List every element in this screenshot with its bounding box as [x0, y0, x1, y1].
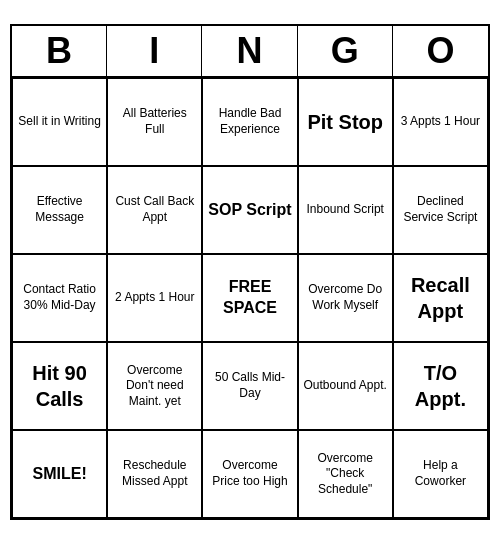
- bingo-header: BINGO: [12, 26, 488, 78]
- bingo-cell: All Batteries Full: [107, 78, 202, 166]
- bingo-cell: Outbound Appt.: [298, 342, 393, 430]
- bingo-cell: Help a Coworker: [393, 430, 488, 518]
- bingo-cell: T/O Appt.: [393, 342, 488, 430]
- bingo-cell: 50 Calls Mid-Day: [202, 342, 297, 430]
- bingo-cell: Handle Bad Experience: [202, 78, 297, 166]
- bingo-cell: Sell it in Writing: [12, 78, 107, 166]
- bingo-cell: 2 Appts 1 Hour: [107, 254, 202, 342]
- bingo-cell: Cust Call Back Appt: [107, 166, 202, 254]
- bingo-cell: Effective Message: [12, 166, 107, 254]
- bingo-cell: SOP Script: [202, 166, 297, 254]
- bingo-cell: Contact Ratio 30% Mid-Day: [12, 254, 107, 342]
- bingo-cell: Reschedule Missed Appt: [107, 430, 202, 518]
- bingo-letter: B: [12, 26, 107, 76]
- bingo-cell: Declined Service Script: [393, 166, 488, 254]
- bingo-cell: SMILE!: [12, 430, 107, 518]
- bingo-cell: Pit Stop: [298, 78, 393, 166]
- bingo-cell: Recall Appt: [393, 254, 488, 342]
- bingo-cell: Hit 90 Calls: [12, 342, 107, 430]
- bingo-letter: G: [298, 26, 393, 76]
- bingo-cell: Overcome Don't need Maint. yet: [107, 342, 202, 430]
- bingo-cell: Overcome Do Work Myself: [298, 254, 393, 342]
- bingo-cell: Inbound Script: [298, 166, 393, 254]
- bingo-letter: I: [107, 26, 202, 76]
- bingo-cell: FREE SPACE: [202, 254, 297, 342]
- bingo-cell: 3 Appts 1 Hour: [393, 78, 488, 166]
- bingo-card: BINGO Sell it in WritingAll Batteries Fu…: [10, 24, 490, 520]
- bingo-cell: Overcome "Check Schedule": [298, 430, 393, 518]
- bingo-letter: O: [393, 26, 488, 76]
- bingo-letter: N: [202, 26, 297, 76]
- bingo-grid: Sell it in WritingAll Batteries FullHand…: [12, 78, 488, 518]
- bingo-cell: Overcome Price too High: [202, 430, 297, 518]
